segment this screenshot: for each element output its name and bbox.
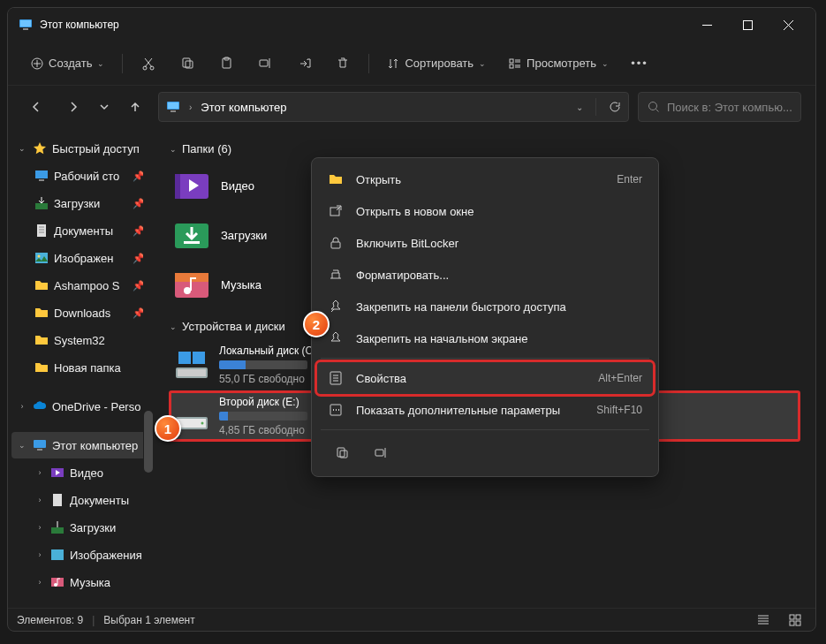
folder-icon	[34, 333, 49, 347]
search-box[interactable]: Поиск в: Этот компью...	[638, 92, 801, 122]
copy-button[interactable]	[171, 49, 204, 79]
annotation-badge-2: 2	[303, 311, 330, 337]
search-icon	[648, 101, 660, 113]
document-icon	[50, 493, 64, 507]
titlebar: Этот компьютер	[8, 8, 815, 42]
new-window-icon	[328, 204, 344, 218]
sidebar-pc-music[interactable]: ›Музыка	[11, 569, 150, 595]
rename-button[interactable]	[248, 49, 282, 79]
picture-icon	[50, 548, 64, 562]
chevron-down-icon: ⌄	[170, 145, 177, 154]
sidebar-quick-access[interactable]: ⌄ Быстрый доступ	[11, 135, 150, 162]
format-icon	[328, 268, 344, 282]
context-menu: ОткрытьEnter Открыть в новом окне Включи…	[311, 157, 659, 477]
svg-rect-47	[790, 615, 794, 619]
trash-icon	[337, 57, 349, 70]
sidebar-item-pictures[interactable]: Изображен📌	[11, 245, 150, 271]
lock-icon	[328, 236, 344, 250]
menu-item-pin-start[interactable]: Закрепить на начальном экране	[317, 322, 653, 354]
picture-icon	[34, 251, 49, 265]
svg-rect-23	[35, 253, 48, 263]
svg-rect-16	[168, 102, 178, 109]
ellipsis-icon: •••	[631, 57, 648, 70]
view-button[interactable]: Просмотреть ⌄	[500, 49, 618, 79]
folder-icon	[34, 278, 49, 292]
svg-rect-3	[702, 25, 712, 26]
cut-button[interactable]	[132, 49, 165, 79]
menu-item-more-options[interactable]: Показать дополнительные параметрыShift+F…	[317, 394, 653, 426]
sidebar-item-downloads2[interactable]: Downloads📌	[11, 299, 150, 326]
this-pc-icon	[166, 100, 180, 114]
menu-rename-button[interactable]	[365, 439, 397, 466]
sidebar-item-downloads[interactable]: Загрузки📌	[11, 190, 150, 216]
music-folder-icon	[173, 266, 210, 303]
sidebar-item-newfolder[interactable]: Новая папка	[11, 354, 150, 381]
minimize-button[interactable]	[686, 8, 727, 42]
share-button[interactable]	[287, 49, 321, 79]
svg-point-18	[649, 102, 657, 110]
menu-item-open-new[interactable]: Открыть в новом окне	[317, 195, 653, 227]
menu-copy-button[interactable]	[326, 439, 358, 466]
back-button[interactable]	[22, 93, 50, 121]
svg-rect-12	[260, 60, 268, 66]
drive-free: 55,0 ГБ свободно	[219, 373, 313, 385]
paste-button[interactable]	[209, 49, 243, 79]
cloud-icon	[33, 399, 47, 413]
scroll-thumb[interactable]	[144, 411, 153, 473]
details-view-button[interactable]	[752, 611, 775, 629]
maximize-button[interactable]	[727, 8, 768, 42]
sidebar-pc-docs[interactable]: ›Документы	[11, 487, 150, 513]
svg-rect-4	[743, 20, 752, 29]
sidebar-item-documents[interactable]: Документы📌	[11, 217, 150, 244]
drive-name: Второй диск (E:)	[219, 396, 307, 408]
download-icon	[34, 196, 49, 210]
svg-rect-42	[178, 352, 191, 364]
video-folder-icon	[173, 167, 210, 204]
sidebar-this-pc[interactable]: ⌄Этот компьютер	[11, 432, 150, 458]
folders-group-header[interactable]: ⌄Папки (6)	[170, 142, 799, 155]
refresh-button[interactable]	[609, 101, 621, 113]
sidebar-scrollbar[interactable]	[143, 128, 154, 608]
svg-rect-43	[193, 352, 205, 364]
drive-usage-bar	[219, 360, 307, 369]
sidebar-onedrive[interactable]: ›OneDrive - Perso	[11, 393, 150, 420]
svg-rect-26	[37, 449, 42, 451]
menu-item-properties[interactable]: СвойстваAlt+Enter	[317, 362, 653, 394]
toolbar: Создать ⌄ Сортировать ⌄ Просмотреть ⌄ ••…	[8, 42, 815, 86]
copy-icon	[181, 57, 194, 70]
sidebar-pc-pictures[interactable]: ›Изображения	[11, 542, 150, 568]
forward-button[interactable]	[59, 93, 87, 121]
svg-rect-19	[35, 170, 48, 178]
share-icon	[298, 57, 311, 70]
svg-point-39	[184, 287, 191, 294]
search-placeholder: Поиск в: Этот компью...	[667, 101, 792, 114]
recent-button[interactable]	[96, 93, 112, 121]
os-drive-icon	[173, 346, 210, 383]
chevron-down-icon[interactable]: ⌄	[576, 102, 583, 112]
sidebar-item-desktop[interactable]: Рабочий сто📌	[11, 163, 150, 189]
sidebar-pc-downloads[interactable]: ›Загрузки	[11, 514, 150, 541]
up-button[interactable]	[121, 93, 149, 121]
menu-item-format[interactable]: Форматировать...	[317, 259, 653, 291]
download-icon	[50, 520, 64, 534]
svg-rect-13	[510, 59, 513, 63]
menu-item-pin-quick[interactable]: Закрепить на панели быстрого доступа	[317, 291, 653, 322]
more-icon	[328, 403, 344, 417]
delete-button[interactable]	[326, 49, 360, 79]
icons-view-button[interactable]	[784, 611, 807, 629]
sidebar-item-ashampoo[interactable]: Ashampoo S📌	[11, 272, 150, 299]
chevron-right-icon: ›	[34, 468, 45, 477]
close-button[interactable]	[768, 8, 808, 42]
address-bar[interactable]: › Этот компьютер ⌄	[158, 92, 629, 122]
menu-item-bitlocker[interactable]: Включить BitLocker	[317, 227, 653, 259]
sidebar-pc-video[interactable]: ›Видео	[11, 459, 150, 486]
svg-rect-29	[51, 527, 64, 534]
menu-item-open[interactable]: ОткрытьEnter	[317, 163, 653, 195]
new-button[interactable]: Создать ⌄	[22, 49, 113, 79]
sidebar-item-system32[interactable]: System32	[11, 327, 150, 353]
breadcrumb[interactable]: Этот компьютер	[201, 101, 286, 114]
sort-button[interactable]: Сортировать ⌄	[378, 49, 495, 79]
svg-rect-20	[39, 179, 44, 181]
more-button[interactable]: •••	[623, 49, 656, 79]
status-count: Элементов: 9	[17, 614, 83, 626]
